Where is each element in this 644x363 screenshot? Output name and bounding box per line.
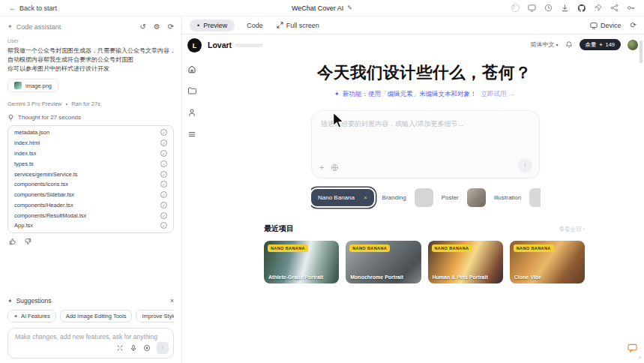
mic-icon[interactable] (130, 344, 137, 352)
suggestion-chip-editing-tools[interactable]: Add Image Editing Tools (60, 310, 133, 322)
tab-preview[interactable]: • Preview (190, 20, 235, 32)
bell-icon[interactable] (565, 40, 573, 49)
feedback-chat-icon[interactable] (628, 344, 637, 352)
send-button[interactable]: ↑ (157, 342, 169, 354)
style-thumbnail-branding[interactable] (415, 188, 433, 207)
project-card[interactable]: NANO BANANA Human & Pets Portrait (428, 241, 503, 284)
tab-code[interactable]: Code (247, 22, 263, 29)
card-badge: NANO BANANA (514, 244, 554, 252)
file-name: App.tsx (14, 222, 33, 229)
star-icon: ✦ (599, 42, 604, 48)
selected-style-chip[interactable]: Nano Banana × (311, 189, 374, 206)
add-attachment-icon[interactable]: + (319, 163, 324, 172)
lovart-logo[interactable]: L (187, 38, 202, 52)
record-icon[interactable] (143, 344, 151, 352)
deploy-rocket-icon[interactable] (594, 4, 602, 12)
thumbs-up-icon[interactable] (9, 238, 16, 245)
banner-cta-link[interactable]: 立即试用 → (481, 90, 514, 98)
close-suggestions-icon[interactable]: × (170, 297, 174, 304)
history-icon[interactable] (544, 4, 553, 12)
home-icon[interactable] (187, 64, 196, 74)
cover-prompt-card: 描述你想要的封面内容，或输入/添加更多细节... + ↑ (311, 110, 540, 178)
attachment-chip[interactable]: image.png (7, 79, 58, 92)
help-icon[interactable]: ? (511, 4, 520, 12)
card-label: Monochrome Portrait (350, 274, 403, 280)
user-label: User (7, 38, 174, 44)
preview-toolbar: • Preview Code Full screen Device ⟳ (182, 16, 644, 34)
feedback-row (7, 238, 174, 245)
back-to-start-button[interactable]: ← Back to start (9, 4, 57, 12)
style-option-illustration[interactable]: Illustration (494, 194, 521, 201)
suggestion-chip-style-selector[interactable]: Improve Style Selector (136, 310, 174, 322)
folder-icon[interactable] (187, 86, 196, 95)
model-name: Gemini 3 Pro Preview (7, 100, 62, 107)
check-circle-icon: ✓ (160, 140, 167, 146)
remove-style-icon[interactable]: × (364, 194, 367, 201)
device-icon (590, 22, 598, 29)
globe-icon[interactable] (331, 164, 339, 172)
project-card[interactable]: NANO BANANA Athlete-Grade Portrait (264, 241, 339, 284)
recent-projects-header: 最近项目 查看全部 › (264, 224, 585, 234)
dot-separator: • (66, 100, 68, 107)
file-row[interactable]: services/geminiService.ts✓ (8, 169, 173, 179)
device-preview-icon[interactable] (528, 4, 536, 12)
topbar-actions: ? (511, 4, 635, 12)
attachment-thumbnail (14, 82, 22, 89)
attachment-name: image.png (25, 82, 52, 89)
file-row[interactable]: components/ResultModal.tsx✓ (8, 210, 173, 220)
file-row[interactable]: index.tsx✓ (8, 148, 173, 159)
cover-prompt-input[interactable]: 描述你想要的封面内容，或输入/添加更多细节... (321, 119, 463, 129)
menu-icon[interactable] (187, 130, 196, 139)
device-button[interactable]: Device (590, 22, 622, 29)
avatar[interactable] (628, 40, 638, 50)
project-card[interactable]: NANO BANANA Clone Vibe (510, 241, 585, 284)
refresh-icon[interactable]: ⟳ (168, 22, 174, 31)
credits-pill[interactable]: 余量 ✦ 149 (580, 39, 621, 50)
history-icon[interactable]: ↺ (139, 22, 145, 31)
file-row[interactable]: index.html✓ (8, 138, 173, 148)
lovart-header-actions: 简体中文 ▾ 余量 ✦ 149 (531, 39, 638, 50)
card-badge: NANO BANANA (349, 244, 390, 252)
thought-label: Thought for 27 seconds (18, 114, 81, 121)
credits-label: 余量 (586, 41, 597, 49)
style-option-poster[interactable]: Poster (442, 194, 459, 201)
file-row[interactable]: components/Sidebar.tsx✓ (8, 190, 173, 200)
fullscreen-button[interactable]: Full screen (277, 22, 319, 29)
model-run-meta: Gemini 3 Pro Preview • Ran for 27s (7, 100, 174, 107)
project-card[interactable]: NANO BANANA Monochrome Portrait (346, 241, 421, 284)
chip-label: Improve Style Selector (142, 313, 174, 320)
chat-thread: User 帮我做一个公众号封面图生成器，只需要输入公众号文章内容，自动根据内容帮… (0, 34, 181, 245)
github-icon[interactable] (577, 4, 586, 12)
edit-title-icon[interactable]: ✎ (347, 4, 352, 11)
suggestion-chip-ai-features[interactable]: ✦ AI Features (7, 310, 56, 322)
file-row[interactable]: App.tsx✓ (8, 220, 173, 231)
file-name: index.html (14, 140, 40, 146)
file-row[interactable]: components/Header.tsx✓ (8, 200, 173, 210)
thumbs-down-icon[interactable] (24, 238, 31, 245)
api-key-icon[interactable] (627, 4, 635, 12)
file-row[interactable]: components/icons.tsx✓ (8, 179, 173, 190)
style-option-branding[interactable]: Branding (382, 194, 406, 201)
generate-send-button[interactable]: ↑ (518, 158, 532, 172)
scroll-caret-icon[interactable]: ^ (639, 356, 641, 361)
settings-gear-icon[interactable]: ⚙ (154, 22, 160, 31)
check-circle-icon: ✓ (160, 160, 167, 167)
share-icon[interactable] (610, 4, 619, 12)
language-selector[interactable]: 简体中文 ▾ (531, 40, 559, 49)
file-name: components/Header.tsx (14, 202, 73, 208)
file-row[interactable]: metadata.json✓ (8, 128, 173, 138)
download-icon[interactable] (561, 4, 569, 12)
app-title-text: WeChat Cover AI (292, 4, 343, 12)
file-row[interactable]: types.ts✓ (8, 158, 173, 169)
file-name: metadata.json (14, 129, 49, 136)
thought-toggle[interactable]: Thought for 27 seconds (7, 114, 174, 121)
profile-icon[interactable] (187, 108, 196, 117)
recent-projects-grid: NANO BANANA Athlete-Grade Portrait NANO … (264, 241, 585, 284)
scrollbar-thumb[interactable] (640, 40, 643, 63)
style-thumbnail-poster[interactable] (467, 188, 486, 207)
style-thumbnail-illustration[interactable] (529, 188, 541, 207)
view-all-link[interactable]: 查看全部 › (559, 226, 585, 233)
annotate-icon[interactable] (116, 344, 124, 352)
reload-preview-icon[interactable]: ⟳ (631, 21, 637, 29)
user-message-line1: 帮我做一个公众号封面图生成器，只需要输入公众号文章内容，自动根据内容帮我生成符合… (7, 46, 178, 64)
